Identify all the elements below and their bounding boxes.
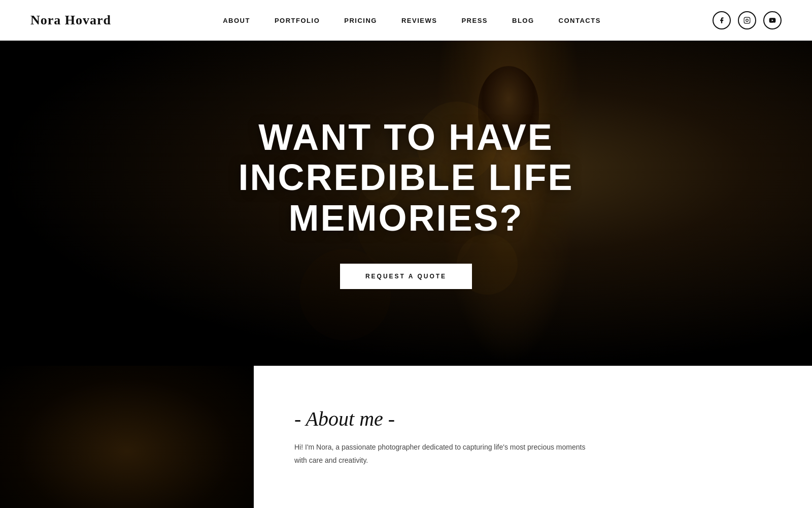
nav-item-blog[interactable]: BLOG [512, 17, 534, 24]
nav-item-contacts[interactable]: CONTACTS [559, 17, 601, 24]
about-description: Hi! I'm Nora, a passionate photographer … [294, 441, 589, 466]
hero-content: WANT TO HAVE INCREDIBLE LIFE MEMORIES? R… [178, 117, 634, 289]
hero-title: WANT TO HAVE INCREDIBLE LIFE MEMORIES? [198, 117, 614, 238]
main-nav: Nora Hovard ABOUT PORTFOLIO PRICING REVI… [0, 0, 812, 41]
about-title: - About me - [294, 407, 589, 431]
hero-title-line1: WANT TO HAVE INCREDIBLE LIFE [238, 117, 573, 198]
instagram-icon[interactable] [738, 11, 756, 29]
nav-item-pricing[interactable]: PRICING [344, 17, 377, 24]
request-quote-button[interactable]: REQUEST A QUOTE [340, 264, 472, 289]
svg-rect-0 [744, 17, 750, 23]
about-section: - About me - Hi! I'm Nora, a passionate … [0, 366, 812, 508]
about-text: - About me - Hi! I'm Nora, a passionate … [254, 366, 629, 508]
hero-section: WANT TO HAVE INCREDIBLE LIFE MEMORIES? R… [0, 41, 812, 366]
hero-title-line2: MEMORIES? [288, 198, 523, 238]
facebook-icon[interactable] [713, 11, 731, 29]
svg-point-1 [746, 19, 749, 21]
brand-logo[interactable]: Nora Hovard [30, 13, 111, 28]
nav-item-about[interactable]: ABOUT [223, 17, 250, 24]
about-image [0, 366, 254, 508]
social-icons [713, 11, 782, 29]
nav-item-press[interactable]: PRESS [461, 17, 488, 24]
about-image-bg [0, 366, 254, 508]
nav-item-portfolio[interactable]: PORTFOLIO [275, 17, 320, 24]
nav-links: ABOUT PORTFOLIO PRICING REVIEWS PRESS BL… [223, 16, 601, 25]
nav-item-reviews[interactable]: REVIEWS [401, 17, 437, 24]
youtube-icon[interactable] [763, 11, 782, 29]
svg-point-2 [749, 18, 749, 19]
